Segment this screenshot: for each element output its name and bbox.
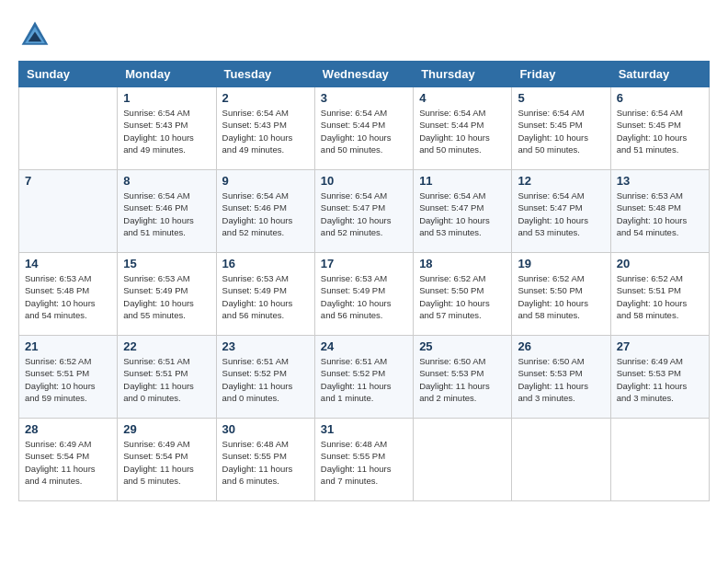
week-row-5: 28Sunrise: 6:49 AM Sunset: 5:54 PM Dayli…: [19, 419, 710, 501]
header-day-monday: Monday: [118, 62, 216, 87]
calendar-cell: 5Sunrise: 6:54 AM Sunset: 5:45 PM Daylig…: [512, 87, 610, 170]
day-number: 4: [419, 91, 506, 105]
calendar-cell: 13Sunrise: 6:53 AM Sunset: 5:48 PM Dayli…: [610, 170, 709, 253]
day-info: Sunrise: 6:54 AM Sunset: 5:44 PM Dayligh…: [419, 107, 506, 155]
day-number: 29: [123, 422, 210, 436]
day-info: Sunrise: 6:53 AM Sunset: 5:48 PM Dayligh…: [617, 190, 703, 238]
calendar-cell: 18Sunrise: 6:52 AM Sunset: 5:50 PM Dayli…: [414, 253, 512, 336]
calendar-cell: 29Sunrise: 6:49 AM Sunset: 5:54 PM Dayli…: [118, 419, 216, 501]
calendar-cell: 17Sunrise: 6:53 AM Sunset: 5:49 PM Dayli…: [314, 253, 413, 336]
day-info: Sunrise: 6:50 AM Sunset: 5:53 PM Dayligh…: [518, 355, 604, 404]
day-number: 23: [222, 339, 309, 353]
day-number: 21: [25, 339, 111, 353]
day-number: 2: [222, 91, 309, 105]
week-row-4: 21Sunrise: 6:52 AM Sunset: 5:51 PM Dayli…: [19, 336, 710, 419]
calendar-cell: 6Sunrise: 6:54 AM Sunset: 5:45 PM Daylig…: [610, 87, 709, 170]
day-number: 19: [518, 257, 604, 270]
day-info: Sunrise: 6:52 AM Sunset: 5:50 PM Dayligh…: [518, 272, 604, 321]
day-info: Sunrise: 6:53 AM Sunset: 5:49 PM Dayligh…: [321, 272, 407, 321]
calendar-cell: 9Sunrise: 6:54 AM Sunset: 5:46 PM Daylig…: [216, 170, 314, 253]
calendar-cell: 12Sunrise: 6:54 AM Sunset: 5:47 PM Dayli…: [512, 170, 610, 253]
logo-icon: [18, 18, 51, 52]
day-info: Sunrise: 6:50 AM Sunset: 5:53 PM Dayligh…: [419, 355, 506, 404]
day-info: Sunrise: 6:52 AM Sunset: 5:51 PM Dayligh…: [617, 272, 703, 321]
calendar-cell: 30Sunrise: 6:48 AM Sunset: 5:55 PM Dayli…: [216, 419, 314, 501]
calendar-cell: 7: [19, 170, 118, 253]
day-info: Sunrise: 6:52 AM Sunset: 5:50 PM Dayligh…: [419, 272, 506, 321]
day-number: 30: [222, 422, 309, 436]
calendar-cell: 20Sunrise: 6:52 AM Sunset: 5:51 PM Dayli…: [610, 253, 709, 336]
week-row-1: 1Sunrise: 6:54 AM Sunset: 5:43 PM Daylig…: [19, 87, 710, 170]
header-day-sunday: Sunday: [19, 62, 118, 87]
day-number: 26: [518, 339, 604, 353]
calendar-cell: 8Sunrise: 6:54 AM Sunset: 5:46 PM Daylig…: [118, 170, 216, 253]
calendar-cell: 22Sunrise: 6:51 AM Sunset: 5:51 PM Dayli…: [118, 336, 216, 419]
logo: [18, 18, 55, 52]
day-info: Sunrise: 6:54 AM Sunset: 5:44 PM Dayligh…: [321, 107, 407, 155]
day-number: 11: [419, 174, 506, 188]
day-number: 24: [321, 339, 407, 353]
header-day-thursday: Thursday: [414, 62, 512, 87]
week-row-3: 14Sunrise: 6:53 AM Sunset: 5:48 PM Dayli…: [19, 253, 710, 336]
day-number: 20: [617, 257, 703, 270]
calendar-cell: 2Sunrise: 6:54 AM Sunset: 5:43 PM Daylig…: [216, 87, 314, 170]
day-number: 17: [321, 257, 407, 270]
day-info: Sunrise: 6:49 AM Sunset: 5:54 PM Dayligh…: [25, 438, 111, 487]
day-info: Sunrise: 6:54 AM Sunset: 5:47 PM Dayligh…: [518, 190, 604, 238]
day-info: Sunrise: 6:53 AM Sunset: 5:49 PM Dayligh…: [222, 272, 309, 321]
calendar-cell: 10Sunrise: 6:54 AM Sunset: 5:47 PM Dayli…: [314, 170, 413, 253]
calendar-cell: 25Sunrise: 6:50 AM Sunset: 5:53 PM Dayli…: [414, 336, 512, 419]
calendar-cell: [19, 87, 118, 170]
calendar-cell: [610, 419, 709, 501]
day-number: 3: [321, 91, 407, 105]
day-number: 27: [617, 339, 703, 353]
calendar-cell: 24Sunrise: 6:51 AM Sunset: 5:52 PM Dayli…: [314, 336, 413, 419]
day-number: 5: [518, 91, 604, 105]
day-number: 25: [419, 339, 506, 353]
calendar-cell: 15Sunrise: 6:53 AM Sunset: 5:49 PM Dayli…: [118, 253, 216, 336]
day-number: 7: [25, 174, 111, 188]
day-info: Sunrise: 6:49 AM Sunset: 5:53 PM Dayligh…: [617, 355, 703, 404]
calendar-cell: 26Sunrise: 6:50 AM Sunset: 5:53 PM Dayli…: [512, 336, 610, 419]
day-info: Sunrise: 6:51 AM Sunset: 5:52 PM Dayligh…: [222, 355, 309, 404]
calendar-cell: 16Sunrise: 6:53 AM Sunset: 5:49 PM Dayli…: [216, 253, 314, 336]
day-number: 18: [419, 257, 506, 270]
calendar-cell: 1Sunrise: 6:54 AM Sunset: 5:43 PM Daylig…: [118, 87, 216, 170]
calendar-cell: 11Sunrise: 6:54 AM Sunset: 5:47 PM Dayli…: [414, 170, 512, 253]
day-info: Sunrise: 6:53 AM Sunset: 5:49 PM Dayligh…: [123, 272, 210, 321]
day-info: Sunrise: 6:54 AM Sunset: 5:47 PM Dayligh…: [419, 190, 506, 238]
calendar-cell: 3Sunrise: 6:54 AM Sunset: 5:44 PM Daylig…: [314, 87, 413, 170]
calendar-cell: 19Sunrise: 6:52 AM Sunset: 5:50 PM Dayli…: [512, 253, 610, 336]
calendar-header-row: SundayMondayTuesdayWednesdayThursdayFrid…: [19, 62, 710, 87]
header-day-friday: Friday: [512, 62, 610, 87]
day-info: Sunrise: 6:49 AM Sunset: 5:54 PM Dayligh…: [123, 438, 210, 487]
calendar-cell: 31Sunrise: 6:48 AM Sunset: 5:55 PM Dayli…: [314, 419, 413, 501]
day-number: 22: [123, 339, 210, 353]
day-number: 6: [617, 91, 703, 105]
calendar-table: SundayMondayTuesdayWednesdayThursdayFrid…: [18, 61, 710, 501]
calendar-cell: 4Sunrise: 6:54 AM Sunset: 5:44 PM Daylig…: [414, 87, 512, 170]
day-number: 13: [617, 174, 703, 188]
day-number: 31: [321, 422, 407, 436]
calendar-cell: 27Sunrise: 6:49 AM Sunset: 5:53 PM Dayli…: [610, 336, 709, 419]
day-info: Sunrise: 6:52 AM Sunset: 5:51 PM Dayligh…: [25, 355, 111, 404]
page-header: [18, 18, 710, 52]
day-info: Sunrise: 6:54 AM Sunset: 5:43 PM Dayligh…: [123, 107, 210, 155]
header-day-saturday: Saturday: [610, 62, 709, 87]
day-number: 9: [222, 174, 309, 188]
day-number: 1: [123, 91, 210, 105]
day-info: Sunrise: 6:51 AM Sunset: 5:52 PM Dayligh…: [321, 355, 407, 404]
day-number: 14: [25, 257, 111, 270]
calendar-cell: 21Sunrise: 6:52 AM Sunset: 5:51 PM Dayli…: [19, 336, 118, 419]
day-info: Sunrise: 6:54 AM Sunset: 5:43 PM Dayligh…: [222, 107, 309, 155]
calendar-cell: 14Sunrise: 6:53 AM Sunset: 5:48 PM Dayli…: [19, 253, 118, 336]
calendar-cell: 23Sunrise: 6:51 AM Sunset: 5:52 PM Dayli…: [216, 336, 314, 419]
header-day-wednesday: Wednesday: [314, 62, 413, 87]
day-number: 16: [222, 257, 309, 270]
header-day-tuesday: Tuesday: [216, 62, 314, 87]
day-number: 12: [518, 174, 604, 188]
calendar-cell: 28Sunrise: 6:49 AM Sunset: 5:54 PM Dayli…: [19, 419, 118, 501]
day-info: Sunrise: 6:54 AM Sunset: 5:47 PM Dayligh…: [321, 190, 407, 238]
day-info: Sunrise: 6:51 AM Sunset: 5:51 PM Dayligh…: [123, 355, 210, 404]
calendar-cell: [512, 419, 610, 501]
